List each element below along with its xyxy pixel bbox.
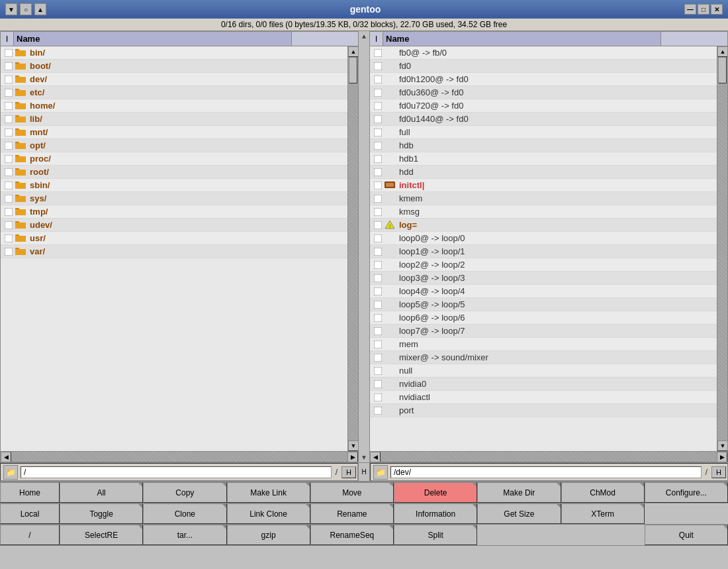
- make-link-button[interactable]: Make Link: [227, 482, 310, 503]
- list-item[interactable]: loop3@ -> loop/3: [370, 272, 717, 285]
- file-checkbox[interactable]: [371, 142, 385, 150]
- list-item[interactable]: udev/: [1, 219, 347, 232]
- tar-button[interactable]: tar...: [143, 525, 226, 545]
- left-scrollbar[interactable]: ▲ ▼: [347, 46, 358, 451]
- list-item[interactable]: mixer@ -> sound/mixer: [370, 351, 717, 364]
- list-item[interactable]: sbin/: [1, 179, 347, 192]
- splitter-down[interactable]: ▼: [361, 454, 367, 461]
- copy-button[interactable]: Copy: [143, 482, 226, 503]
- left-path-icon[interactable]: 📁: [3, 465, 18, 480]
- file-checkbox[interactable]: [2, 168, 15, 176]
- renameseq-button[interactable]: RenameSeq: [310, 525, 394, 545]
- file-checkbox[interactable]: [2, 155, 15, 163]
- file-checkbox[interactable]: [371, 248, 385, 256]
- link-clone-button[interactable]: Link Clone: [227, 503, 310, 524]
- list-item[interactable]: bin/: [1, 46, 347, 60]
- list-item[interactable]: fd0u720@ -> fd0: [370, 99, 717, 113]
- make-dir-button[interactable]: Make Dir: [477, 482, 561, 503]
- left-scroll-down[interactable]: ▼: [348, 440, 358, 451]
- list-item[interactable]: hdb1: [370, 152, 717, 166]
- clone-button[interactable]: Clone: [143, 503, 226, 524]
- configure-button[interactable]: Configure...: [645, 482, 728, 503]
- titlebar-btn-down[interactable]: ▼: [5, 3, 17, 15]
- left-scroll-thumb[interactable]: [349, 57, 357, 83]
- right-scroll-htrack[interactable]: [381, 452, 717, 462]
- information-button[interactable]: Information: [394, 503, 477, 524]
- file-checkbox[interactable]: [2, 195, 15, 203]
- list-item[interactable]: loop6@ -> loop/6: [370, 311, 717, 325]
- left-scroll-htrack[interactable]: [11, 452, 347, 462]
- file-checkbox[interactable]: [2, 102, 15, 110]
- file-checkbox[interactable]: [2, 234, 15, 242]
- list-item[interactable]: mnt/: [1, 126, 347, 139]
- list-item[interactable]: null: [370, 364, 717, 378]
- home-button[interactable]: Home: [0, 482, 60, 503]
- list-item[interactable]: hdd: [370, 166, 717, 179]
- slash-button[interactable]: /: [0, 525, 60, 545]
- list-item[interactable]: root/: [1, 166, 347, 179]
- list-item[interactable]: var/: [1, 245, 347, 258]
- file-checkbox[interactable]: [371, 367, 385, 375]
- file-checkbox[interactable]: [371, 129, 385, 136]
- list-item[interactable]: port: [370, 404, 717, 417]
- minimize-button[interactable]: —: [684, 4, 696, 15]
- right-scroll-track[interactable]: [717, 57, 727, 440]
- right-scroll-up[interactable]: ▲: [717, 46, 727, 57]
- file-checkbox[interactable]: [371, 354, 385, 362]
- right-path-input[interactable]: [390, 466, 702, 478]
- file-checkbox[interactable]: [2, 129, 15, 136]
- right-scroll-thumb[interactable]: [718, 57, 727, 83]
- right-scroll-down[interactable]: ▼: [717, 440, 727, 451]
- list-item[interactable]: initctl|: [370, 179, 717, 192]
- list-item[interactable]: kmsg: [370, 205, 717, 219]
- list-item[interactable]: tmp/: [1, 205, 347, 219]
- list-item[interactable]: loop7@ -> loop/7: [370, 325, 717, 338]
- file-checkbox[interactable]: [371, 407, 385, 415]
- file-checkbox[interactable]: [371, 274, 385, 282]
- get-size-button[interactable]: Get Size: [477, 503, 561, 524]
- list-item[interactable]: mem: [370, 338, 717, 351]
- file-checkbox[interactable]: [2, 49, 15, 57]
- list-item[interactable]: ! log=: [370, 219, 717, 232]
- rename-button[interactable]: Rename: [310, 503, 394, 524]
- list-item[interactable]: fb0@ -> fb/0: [370, 46, 717, 60]
- selectre-button[interactable]: SelectRE: [60, 525, 143, 545]
- left-scroll-track[interactable]: [348, 57, 358, 440]
- list-item[interactable]: boot/: [1, 60, 347, 73]
- list-item[interactable]: fd0u1440@ -> fd0: [370, 113, 717, 126]
- left-horiz-scrollbar[interactable]: ◀ ▶: [1, 451, 358, 462]
- delete-button[interactable]: Delete: [394, 482, 477, 503]
- file-checkbox[interactable]: [371, 261, 385, 269]
- file-checkbox[interactable]: [2, 76, 15, 83]
- splitter-up[interactable]: ▲: [361, 32, 367, 40]
- list-item[interactable]: proc/: [1, 152, 347, 166]
- panel-splitter[interactable]: ▲ ▼: [358, 31, 370, 462]
- left-scroll-right[interactable]: ▶: [347, 452, 358, 462]
- list-item[interactable]: fd0: [370, 60, 717, 73]
- file-checkbox[interactable]: [371, 208, 385, 216]
- left-path-input[interactable]: [21, 466, 332, 478]
- left-h-button[interactable]: H: [341, 466, 356, 478]
- right-panel-list[interactable]: fb0@ -> fb/0 fd0 fd0h1200@ -> fd0 fd0u36…: [370, 46, 717, 451]
- file-checkbox[interactable]: [371, 380, 385, 388]
- file-checkbox[interactable]: [371, 327, 385, 335]
- list-item[interactable]: fd0h1200@ -> fd0: [370, 73, 717, 86]
- right-path-icon[interactable]: 📁: [373, 465, 388, 480]
- list-item[interactable]: usr/: [1, 232, 347, 245]
- local-button[interactable]: Local: [0, 503, 60, 524]
- file-checkbox[interactable]: [371, 195, 385, 203]
- right-h-button[interactable]: H: [711, 466, 726, 478]
- file-checkbox[interactable]: [371, 115, 385, 123]
- gzip-button[interactable]: gzip: [227, 525, 310, 545]
- file-checkbox[interactable]: [2, 89, 15, 97]
- file-checkbox[interactable]: [2, 248, 15, 256]
- left-scroll-up[interactable]: ▲: [348, 46, 358, 57]
- list-item[interactable]: loop4@ -> loop/4: [370, 285, 717, 298]
- right-horiz-scrollbar[interactable]: ◀ ▶: [370, 451, 727, 462]
- titlebar-btn-up[interactable]: ▲: [34, 3, 46, 15]
- file-checkbox[interactable]: [371, 393, 385, 401]
- list-item[interactable]: etc/: [1, 86, 347, 99]
- left-scroll-left[interactable]: ◀: [1, 452, 11, 462]
- titlebar-btn-circle[interactable]: ○: [20, 3, 32, 15]
- file-checkbox[interactable]: [2, 221, 15, 229]
